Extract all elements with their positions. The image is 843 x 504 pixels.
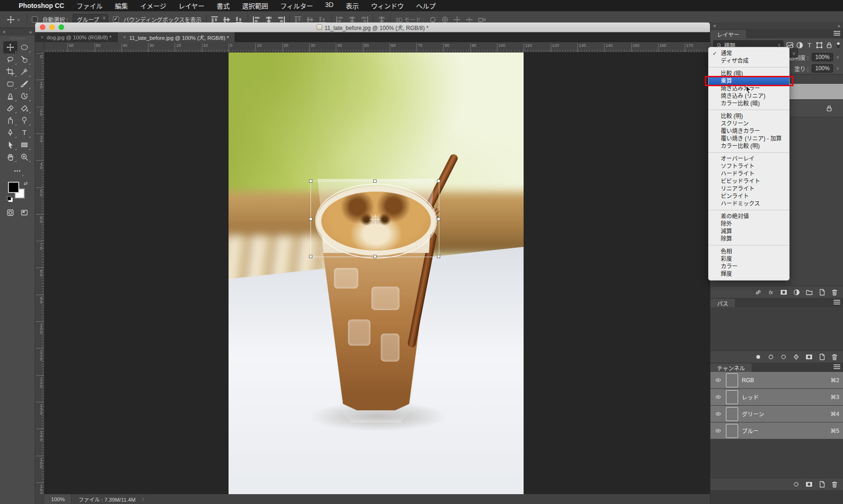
hand-tool[interactable]: [3, 151, 17, 163]
filter-smart-objects-icon[interactable]: [826, 41, 833, 49]
filter-type-layers-icon[interactable]: T: [806, 41, 813, 49]
distribute-left-button[interactable]: [336, 16, 344, 23]
healing-brush-tool[interactable]: [3, 78, 17, 90]
new-path-icon[interactable]: [818, 353, 826, 361]
transform-handle[interactable]: [437, 255, 440, 258]
blend-option-ソフトライト[interactable]: ソフトライト: [709, 163, 789, 170]
blend-option-覆い焼きカラー[interactable]: 覆い焼きカラー: [709, 127, 789, 135]
blend-option-輝度[interactable]: 輝度: [709, 270, 789, 278]
close-icon[interactable]: ×: [41, 35, 44, 40]
transform-bounding-box[interactable]: [311, 181, 439, 257]
window-titlebar[interactable]: 11_late_before.jpg @ 100% (犬, RGB/8) *: [35, 22, 710, 32]
blend-option-ハードミックス[interactable]: ハードミックス: [709, 200, 789, 208]
channel-row-RGB[interactable]: RGB⌘2: [710, 372, 843, 389]
dodge-tool[interactable]: [17, 114, 31, 126]
work-path-from-selection-icon[interactable]: [792, 353, 800, 361]
auto-select-checkbox[interactable]: [32, 16, 38, 22]
blend-option-覆い焼き (リニア) - 加算[interactable]: 覆い焼き (リニア) - 加算: [709, 135, 789, 142]
smudge-tool[interactable]: [3, 114, 17, 126]
quick-mask-button[interactable]: [7, 209, 14, 216]
new-adjustment-layer-icon[interactable]: [793, 289, 800, 296]
align-right-button[interactable]: [277, 16, 285, 23]
blend-option-ビビッドライト[interactable]: ビビッドライト: [709, 178, 789, 185]
blend-option-リニアライト[interactable]: リニアライト: [709, 185, 789, 193]
align-horizontal-center-button[interactable]: [265, 16, 273, 23]
type-tool[interactable]: T: [17, 126, 31, 139]
tools-collapse-icon[interactable]: «: [29, 30, 32, 35]
menu-3D[interactable]: 3D: [325, 1, 333, 10]
blend-mode-select-chevron[interactable]: ∨: [790, 48, 798, 58]
layer-style-icon[interactable]: fx: [767, 289, 775, 296]
blend-option-彩度[interactable]: 彩度: [709, 255, 789, 263]
channel-row-ブルー[interactable]: ブルー⌘5: [710, 422, 843, 439]
blend-option-カラー比較 (明)[interactable]: カラー比較 (明): [709, 142, 789, 150]
panel-menu-icon[interactable]: [834, 31, 840, 36]
tab-dog-jpg[interactable]: × dog.jpg @ 100% (RGB/8) *: [35, 32, 118, 42]
blend-option-カラー比較 (暗)[interactable]: カラー比較 (暗): [709, 100, 789, 107]
tools-close-icon[interactable]: ×: [3, 30, 6, 35]
panel-close-icon[interactable]: ×: [713, 23, 716, 29]
fill-path-icon[interactable]: [754, 353, 762, 361]
menu-イメージ[interactable]: イメージ: [140, 1, 166, 10]
blend-option-除算[interactable]: 除算: [709, 235, 789, 243]
layer-filtering-toggle[interactable]: [836, 41, 841, 49]
distribute-top-button[interactable]: [295, 16, 302, 23]
menu-レイヤー[interactable]: レイヤー: [178, 1, 205, 10]
panel-menu-icon[interactable]: [834, 300, 840, 304]
eye-icon[interactable]: [714, 411, 722, 417]
transform-handle[interactable]: [437, 217, 440, 221]
ruler-origin-box[interactable]: [35, 42, 44, 52]
fill-value[interactable]: 100%: [812, 64, 834, 73]
eraser-tool[interactable]: [3, 102, 17, 114]
add-mask-icon[interactable]: [805, 353, 813, 361]
status-expander-icon[interactable]: 〉: [142, 496, 146, 502]
distribute-horizontal-center-button[interactable]: [348, 16, 356, 23]
transform-handle[interactable]: [309, 255, 312, 258]
save-selection-as-channel-icon[interactable]: [805, 481, 813, 488]
panel-menu-icon[interactable]: [834, 364, 840, 369]
zoom-level-field[interactable]: 100%: [44, 494, 72, 504]
show-bounding-box-checkbox[interactable]: [113, 16, 119, 22]
pen-tool[interactable]: [3, 126, 17, 139]
eye-icon[interactable]: [714, 394, 722, 400]
menu-書式[interactable]: 書式: [217, 1, 230, 10]
align-left-button[interactable]: [253, 16, 260, 23]
distribute-right-button[interactable]: [361, 16, 368, 23]
blend-option-通常[interactable]: ✓通常: [709, 50, 789, 57]
blend-option-比較 (明)[interactable]: 比較 (明): [709, 112, 789, 120]
marquee-ellipse-tool[interactable]: [17, 41, 31, 53]
ruler-horizontal[interactable]: 6050403020100102030405060708090100110120…: [44, 42, 710, 52]
transform-handle[interactable]: [373, 255, 377, 258]
default-colors-icon[interactable]: [7, 196, 11, 200]
history-brush-tool[interactable]: [17, 90, 31, 102]
brush-tool[interactable]: [17, 78, 31, 90]
link-layers-icon[interactable]: [754, 289, 762, 296]
canvas-image[interactable]: [229, 52, 524, 494]
eyedropper-tool[interactable]: [17, 66, 31, 78]
crop-tool[interactable]: [3, 66, 17, 78]
move-tool[interactable]: [3, 41, 17, 53]
blend-option-ハードライト[interactable]: ハードライト: [709, 170, 789, 178]
blend-option-除外[interactable]: 除外: [709, 220, 789, 228]
blend-option-スクリーン[interactable]: スクリーン: [709, 120, 789, 127]
path-as-selection-icon[interactable]: [780, 353, 787, 361]
transform-handle[interactable]: [309, 217, 312, 221]
align-bottom-button[interactable]: [236, 16, 243, 23]
zoom-tool[interactable]: [17, 151, 31, 163]
delete-path-icon[interactable]: [831, 353, 838, 361]
opacity-value[interactable]: 100%: [812, 53, 834, 61]
stroke-path-icon[interactable]: [767, 353, 775, 361]
canvas-pasteboard[interactable]: [44, 52, 710, 494]
lasso-tool[interactable]: [3, 53, 17, 66]
blend-option-オーバーレイ[interactable]: オーバーレイ: [709, 155, 789, 163]
align-vertical-center-button[interactable]: [223, 16, 231, 23]
app-menu[interactable]: Photoshop CC: [19, 2, 64, 9]
shape-tool[interactable]: [17, 139, 31, 151]
menu-ウィンドウ[interactable]: ウィンドウ: [371, 1, 404, 10]
tab-channels[interactable]: チャンネル: [710, 363, 752, 372]
screen-mode-button[interactable]: [21, 209, 28, 216]
swap-colors-icon[interactable]: ⇄: [24, 181, 28, 186]
paint-bucket-tool[interactable]: [17, 102, 31, 114]
chevron-down-icon[interactable]: ∨: [836, 66, 839, 71]
delete-channel-icon[interactable]: [831, 481, 838, 488]
